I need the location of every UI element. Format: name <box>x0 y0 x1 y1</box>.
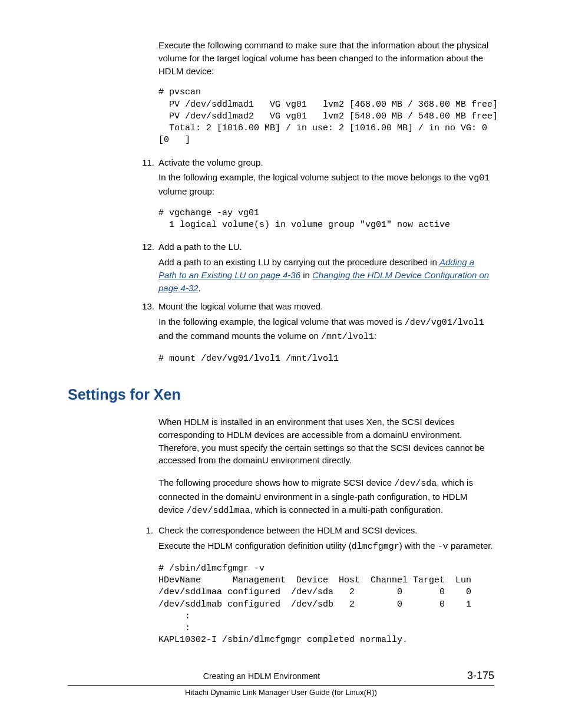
page-footer: Creating an HDLM Environment 3-175 Hitac… <box>68 668 494 699</box>
inline-code: /dev/sda <box>394 479 437 489</box>
step-body: Execute the HDLM configuration definitio… <box>158 539 494 554</box>
step-13: 13. Mount the logical volume that was mo… <box>137 300 494 365</box>
step-11: 11. Activate the volume group. In the fo… <box>137 156 494 232</box>
inline-code: vg01 <box>468 173 490 183</box>
step-1: 1. Check the correspondence between the … <box>140 524 494 646</box>
inline-code: /dev/sddlmaa <box>187 506 250 516</box>
step-lead: Mount the logical volume that was moved. <box>158 301 323 311</box>
xen-paragraph-2: The following procedure shows how to mig… <box>158 476 494 517</box>
step-body: In the following example, the logical vo… <box>158 171 494 198</box>
code-block-dlmcfgmgr: # /sbin/dlmcfgmgr -v HDevName Management… <box>158 563 494 647</box>
section-heading-xen: Settings for Xen <box>68 384 494 405</box>
footer-subtitle: Hitachi Dynamic Link Manager User Guide … <box>68 687 494 699</box>
step-12: 12. Add a path to the LU. Add a path to … <box>137 241 494 294</box>
step-list-top: 11. Activate the volume group. In the fo… <box>137 156 494 365</box>
xen-paragraph-1: When HDLM is installed in an environment… <box>158 416 494 467</box>
step-number: 11. <box>137 156 154 169</box>
code-block-mount: # mount /dev/vg01/lvol1 /mnt/lvol1 <box>158 353 494 365</box>
inline-code: /dev/vg01/lvol1 <box>405 318 484 328</box>
step-lead: Activate the volume group. <box>158 157 263 167</box>
inline-code: dlmcfgmgr <box>352 542 399 552</box>
footer-title: Creating an HDLM Environment <box>68 670 455 682</box>
code-block-vgchange: # vgchange -ay vg01 1 logical volume(s) … <box>158 207 494 232</box>
inline-code: /mnt/lvol1 <box>321 332 374 342</box>
page-number: 3-175 <box>467 668 494 683</box>
step-body: Add a path to an existing LU by carrying… <box>158 256 494 294</box>
step-lead: Add a path to the LU. <box>158 242 242 252</box>
step-list-bottom: 1. Check the correspondence between the … <box>140 524 494 646</box>
code-block-pvscan: # pvscan PV /dev/sddlmad1 VG vg01 lvm2 [… <box>158 87 494 146</box>
step-lead: Check the correspondence between the HDL… <box>158 525 417 535</box>
step-number: 1. <box>140 524 153 537</box>
footer-line-1: Creating an HDLM Environment 3-175 <box>68 668 494 686</box>
step-number: 12. <box>137 241 154 253</box>
step-body: In the following example, the logical vo… <box>158 315 494 344</box>
intro-paragraph: Execute the following command to make su… <box>158 39 494 77</box>
inline-code: -v <box>438 542 448 552</box>
page-content: Execute the following command to make su… <box>158 39 494 647</box>
step-number: 13. <box>137 300 154 313</box>
